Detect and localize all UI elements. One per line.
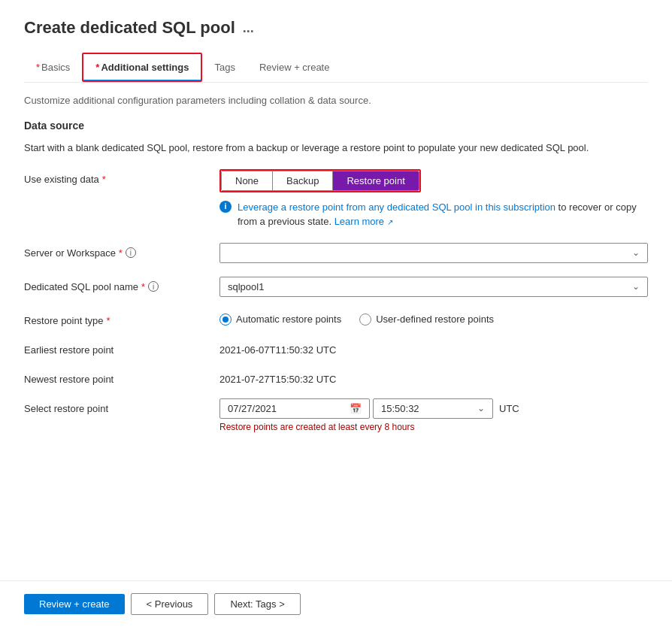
select-restore-row: Select restore point 07/27/2021 📅 15:50:… (24, 398, 648, 432)
calendar-icon: 📅 (350, 403, 362, 414)
previous-button[interactable]: < Previous (131, 593, 209, 615)
restore-time-input[interactable]: 15:50:32 ⌄ (373, 398, 493, 419)
tab-additional-settings[interactable]: *Additional settings (82, 53, 202, 82)
restore-point-type-label: Restore point type * (24, 310, 219, 326)
toggle-none[interactable]: None (222, 171, 273, 190)
newest-restore-label: Newest restore point (24, 369, 219, 385)
next-button[interactable]: Next: Tags > (214, 593, 300, 615)
server-workspace-row: Server or Workspace * i ⌄ (24, 243, 648, 263)
radio-automatic[interactable]: Automatic restore points (219, 314, 341, 326)
info-icon: i (219, 201, 232, 213)
radio-automatic-circle (219, 314, 232, 326)
server-workspace-value (228, 247, 231, 259)
use-existing-data-control: None Backup Restore point i Leverage a r… (219, 169, 648, 229)
sql-pool-name-value: sqlpool1 (228, 281, 264, 292)
restore-date-input[interactable]: 07/27/2021 📅 (219, 398, 370, 419)
restore-type-radio-group: Automatic restore points User-defined re… (219, 310, 648, 326)
newest-restore-value: 2021-07-27T15:50:32 UTC (219, 369, 648, 385)
learn-more-link[interactable]: Learn more (334, 216, 384, 227)
sql-pool-name-label: Dedicated SQL pool name * i (24, 277, 219, 292)
newest-restore-row: Newest restore point 2021-07-27T15:50:32… (24, 369, 648, 385)
review-create-button[interactable]: Review + create (24, 594, 125, 614)
earliest-restore-row: Earliest restore point 2021-06-07T11:50:… (24, 340, 648, 356)
restore-point-info: i Leverage a restore point from any dedi… (219, 200, 648, 229)
earliest-restore-label: Earliest restore point (24, 340, 219, 356)
server-workspace-info-icon[interactable]: i (126, 247, 136, 258)
select-restore-control: 07/27/2021 📅 15:50:32 ⌄ UTC Restore poin… (219, 398, 648, 432)
sql-pool-name-dropdown-container: sqlpool1 ⌄ (219, 277, 648, 297)
tab-basics[interactable]: *Basics (24, 54, 82, 80)
restore-point-inputs: 07/27/2021 📅 15:50:32 ⌄ UTC (219, 398, 648, 419)
time-dropdown-arrow: ⌄ (477, 403, 485, 413)
restore-time-value: 15:50:32 (381, 403, 419, 414)
utc-label: UTC (493, 403, 519, 414)
server-workspace-dropdown-container: ⌄ (219, 243, 648, 263)
radio-user-defined[interactable]: User-defined restore points (359, 314, 494, 326)
restore-date-value: 07/27/2021 (228, 403, 277, 414)
server-workspace-label: Server or Workspace * i (24, 243, 219, 259)
section-data-source-title: Data source (24, 120, 648, 132)
radio-user-defined-circle (359, 314, 371, 326)
restore-point-type-row: Restore point type * Automatic restore p… (24, 310, 648, 326)
use-existing-data-row: Use existing data * None Backup Restore … (24, 169, 648, 229)
tab-review-create[interactable]: Review + create (247, 54, 342, 80)
restore-point-type-control: Automatic restore points User-defined re… (219, 310, 648, 326)
server-workspace-dropdown[interactable]: ⌄ (219, 243, 648, 263)
select-restore-label: Select restore point (24, 398, 219, 414)
sql-pool-name-info-icon[interactable]: i (148, 281, 159, 292)
sql-pool-name-dropdown[interactable]: sqlpool1 ⌄ (219, 277, 648, 297)
existing-data-toggle: None Backup Restore point (221, 171, 419, 191)
earliest-restore-value-container: 2021-06-07T11:50:32 UTC (219, 340, 648, 356)
toggle-restore-point[interactable]: Restore point (333, 171, 418, 190)
tab-tags[interactable]: Tags (202, 54, 247, 80)
newest-restore-value-container: 2021-07-27T15:50:32 UTC (219, 369, 648, 385)
use-existing-data-label: Use existing data * (24, 169, 219, 185)
earliest-restore-value: 2021-06-07T11:50:32 UTC (219, 340, 648, 356)
toggle-backup[interactable]: Backup (273, 171, 333, 190)
page-subtitle: Customize additional configuration param… (24, 95, 648, 106)
data-source-description: Start with a blank dedicated SQL pool, r… (24, 141, 648, 156)
tab-bar: *Basics *Additional settings Tags Review… (24, 53, 648, 83)
sql-pool-name-row: Dedicated SQL pool name * i sqlpool1 ⌄ (24, 277, 648, 297)
footer-bar: Review + create < Previous Next: Tags > (0, 580, 672, 627)
dropdown-arrow-server: ⌄ (632, 247, 640, 258)
dropdown-arrow-pool: ⌄ (632, 281, 640, 292)
page-title: Create dedicated SQL pool ... (24, 18, 648, 38)
restore-point-hint: Restore points are created at least ever… (219, 422, 648, 432)
page-title-dots: ... (243, 20, 254, 36)
